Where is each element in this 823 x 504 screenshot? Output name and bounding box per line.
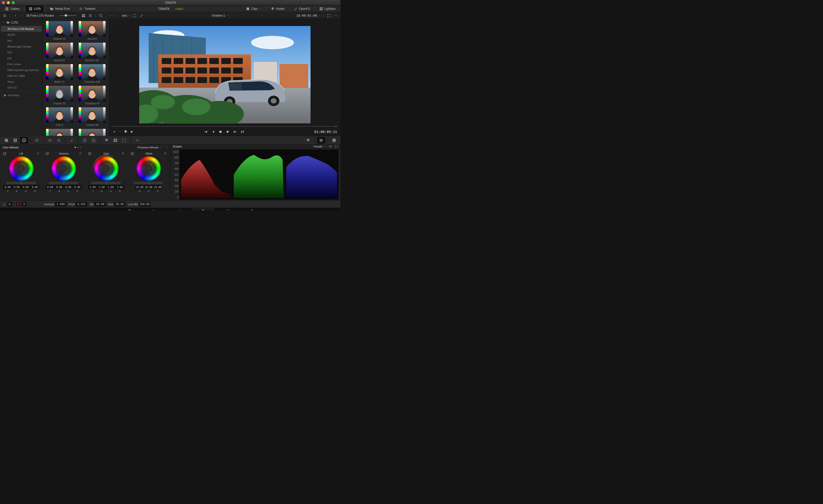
reset-icon[interactable]	[121, 152, 125, 155]
view-grid[interactable]	[81, 13, 86, 18]
openfx-toggle[interactable]: OpenFX	[291, 6, 313, 12]
color-wheel[interactable]	[94, 156, 119, 181]
scopes-mode[interactable]: Parade	[314, 145, 338, 148]
palette-eyedropper[interactable]	[68, 137, 76, 144]
wheel-value[interactable]: 0.00	[22, 185, 30, 189]
more-button[interactable]: ⋯	[109, 13, 114, 18]
palette-blur[interactable]	[103, 137, 111, 144]
wheel-value[interactable]: 0.00	[55, 185, 63, 189]
lut-thumbnail[interactable]	[77, 129, 107, 136]
page-fusion[interactable]: Fusion	[166, 208, 191, 210]
zoom-window[interactable]	[12, 1, 15, 4]
color-wheel[interactable]	[136, 156, 161, 181]
palette-keyframes[interactable]	[304, 137, 312, 144]
sidebar-item[interactable]: HDR ST 2084	[0, 73, 43, 79]
playhead-timecode[interactable]: 01:00:09:11	[314, 130, 337, 134]
color-wheel[interactable]	[51, 156, 76, 181]
sidebar-item[interactable]: Sony	[0, 79, 43, 85]
sidebar-favorites[interactable]: Favorites	[0, 92, 43, 99]
view-list[interactable]	[88, 13, 93, 18]
palette-rgb-mixer[interactable]	[33, 137, 41, 144]
sliders-icon[interactable]	[329, 145, 332, 148]
wheel-value[interactable]: 0.00	[73, 185, 81, 189]
palette-key[interactable]	[112, 137, 119, 144]
wheel-value[interactable]: 0.00	[3, 185, 12, 189]
palette-camera-raw[interactable]	[2, 137, 10, 144]
wheel-value[interactable]: 25.00	[136, 185, 144, 189]
wand-icon[interactable]	[2, 202, 6, 206]
chevron-down-icon[interactable]	[119, 130, 121, 134]
clips-toggle[interactable]: Clips	[243, 6, 264, 12]
lut-thumbnail[interactable]: Byers 11	[45, 64, 74, 83]
palette-color-match[interactable]	[11, 137, 19, 144]
viewer-more[interactable]: ⋯	[333, 13, 338, 18]
sidebar-item[interactable]: Arri	[0, 38, 43, 44]
wheel-value[interactable]: 0.00	[12, 185, 21, 189]
reset-icon[interactable]	[164, 152, 167, 155]
lut-thumbnail[interactable]: Clayton 33	[45, 86, 74, 105]
param-value[interactable]: 50.00	[114, 202, 125, 206]
sidebar-item[interactable]: Film Looks	[0, 61, 43, 67]
palette-scopes[interactable]	[317, 137, 325, 144]
nav-forward[interactable]	[19, 13, 25, 18]
page-deliver[interactable]: Deliver	[240, 208, 264, 210]
palette-color-wheels[interactable]	[20, 137, 28, 144]
minimize-window[interactable]	[7, 1, 10, 4]
wheel-value[interactable]: 1.00	[116, 185, 124, 189]
expand-icon[interactable]	[335, 145, 338, 148]
thumb-size-slider[interactable]	[59, 15, 76, 16]
picker-icon[interactable]	[131, 152, 134, 155]
palette-3d[interactable]: 3D	[133, 137, 141, 144]
wheel-value[interactable]: 1.00	[89, 185, 97, 189]
picker-icon[interactable]	[3, 152, 6, 155]
next-clip-button[interactable]	[233, 130, 237, 134]
sidebar-item[interactable]: VFX IO	[0, 85, 43, 91]
palette-qualifier[interactable]	[55, 137, 63, 144]
sidebar-item[interactable]: HDR Hybrid Log-Gamma	[0, 67, 43, 73]
loop-button[interactable]	[240, 130, 244, 134]
panel-page-dots[interactable]	[75, 147, 81, 148]
wheel-value[interactable]: 1.00	[107, 185, 115, 189]
wheel-value[interactable]: 25.00	[145, 185, 153, 189]
scrub-bar[interactable]	[112, 125, 338, 128]
picker-icon[interactable]	[45, 152, 49, 155]
layers-icon[interactable]	[124, 130, 128, 134]
wheel-value[interactable]: 0.00	[46, 185, 54, 189]
timeline-toggle[interactable]: Timeline	[76, 6, 98, 12]
viewer-wand[interactable]	[139, 13, 144, 18]
jog-wheel[interactable]	[49, 182, 78, 184]
speaker-icon[interactable]	[130, 130, 134, 134]
viewer-fullscreen[interactable]	[326, 13, 332, 18]
palette-info[interactable]	[330, 137, 338, 144]
page-edit[interactable]: Edit	[142, 208, 166, 210]
param-value[interactable]: 0.435	[76, 202, 87, 206]
lut-thumbnail[interactable]: Clouseau 54	[77, 86, 107, 105]
timeline-name[interactable]: Timeline 1	[211, 14, 225, 17]
sidebar-toggle[interactable]	[2, 13, 7, 18]
nav-back[interactable]	[12, 13, 18, 18]
jog-wheel[interactable]	[7, 182, 36, 184]
prev-clip-button[interactable]	[204, 130, 208, 134]
chevron-down-icon[interactable]	[226, 14, 229, 18]
gallery-toggle[interactable]: Gallery	[2, 6, 22, 12]
lut-thumbnail[interactable]: Ava 614	[77, 21, 107, 40]
sidebar-item[interactable]: DCI	[0, 49, 43, 55]
wheel-value[interactable]: 0.00	[64, 185, 72, 189]
luts-toggle[interactable]: LUTs	[26, 6, 43, 12]
wheel-value[interactable]: 25.00	[154, 185, 162, 189]
color-wheel[interactable]	[9, 156, 33, 181]
step-back-button[interactable]	[211, 130, 215, 134]
palette-curves[interactable]	[46, 137, 54, 144]
lut-thumbnail[interactable]	[45, 129, 74, 136]
close-window[interactable]	[2, 1, 5, 4]
sidebar-root[interactable]: LUTs	[0, 19, 43, 26]
viewer-expand[interactable]	[132, 13, 137, 18]
jog-wheel[interactable]	[92, 182, 121, 184]
viewer-zoom[interactable]: 86%	[122, 14, 130, 18]
sidebar-item[interactable]: 35 Free LUTs Rocket	[1, 26, 42, 32]
wheels-mode[interactable]: Primaries Wheels⋯	[137, 146, 168, 149]
project-timecode[interactable]: 18:09:01:06	[296, 14, 317, 17]
lightbox-toggle[interactable]: Lightbox	[317, 6, 338, 12]
lut-thumbnail[interactable]: Arabica 12	[45, 21, 74, 40]
page-fairlight[interactable]: Fairlight	[215, 208, 240, 210]
